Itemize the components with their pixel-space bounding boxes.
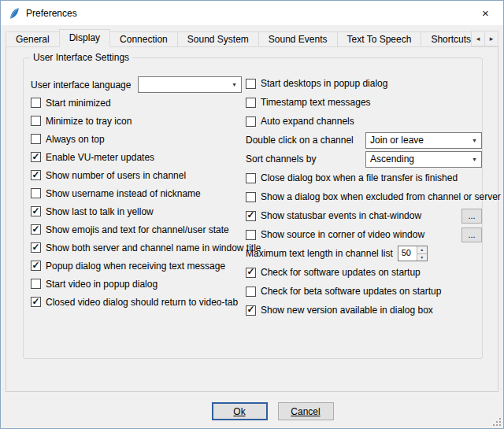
- tab-sound-system[interactable]: Sound System: [177, 31, 259, 47]
- checkbox[interactable]: ✓: [31, 297, 41, 307]
- checkbox-label[interactable]: Show last to talk in yellow: [46, 206, 154, 217]
- user-interface-settings-group: User Interface Settings User interface l…: [23, 57, 483, 359]
- checkbox[interactable]: ✓: [31, 170, 41, 180]
- checkbox[interactable]: ✓: [31, 206, 41, 216]
- tab-sound-events[interactable]: Sound Events: [258, 31, 338, 47]
- left-column: User interface language ▾ ✓ Start minimi…: [31, 76, 242, 311]
- checkbox-label[interactable]: Timestamp text messages: [261, 97, 371, 108]
- checkbox-label[interactable]: Start desktops in popup dialog: [261, 78, 387, 89]
- checkbox-label[interactable]: Start video in popup dialog: [46, 279, 158, 290]
- app-icon: [8, 7, 20, 20]
- checkbox-label[interactable]: Show source in corner of video window: [261, 229, 424, 240]
- checkbox[interactable]: ✓: [246, 192, 256, 202]
- checkbox[interactable]: ✓: [246, 173, 256, 183]
- checkbox[interactable]: ✓: [31, 134, 41, 144]
- check-icon: ✓: [32, 152, 39, 161]
- max-text-length-spinner[interactable]: 50 ▴ ▾: [398, 246, 428, 261]
- checkbox[interactable]: ✓: [246, 305, 256, 316]
- checkbox-row: ✓ Check for software updates on startup: [246, 263, 482, 282]
- checkbox[interactable]: ✓: [31, 242, 41, 253]
- sort-channels-row: Sort channels by Ascending ▾: [246, 150, 482, 168]
- checkbox[interactable]: ✓: [246, 287, 256, 297]
- checkbox-label[interactable]: Enable VU-meter updates: [46, 152, 154, 163]
- check-icon: ✓: [32, 242, 39, 252]
- checkbox-label[interactable]: Show username instead of nickname: [46, 188, 201, 199]
- tab-connection[interactable]: Connection: [109, 31, 178, 47]
- checkbox[interactable]: ✓: [31, 279, 41, 289]
- sort-channels-label: Sort channels by: [246, 153, 316, 165]
- checkbox-row: ✓ Minimize to tray icon: [31, 112, 242, 130]
- checkbox-label[interactable]: Check for beta software updates on start…: [261, 286, 441, 297]
- language-label: User interface language: [31, 80, 131, 91]
- spin-up-icon[interactable]: ▴: [417, 246, 427, 254]
- check-icon: ✓: [246, 210, 254, 220]
- video-source-options-button[interactable]: ...: [461, 227, 482, 242]
- checkbox[interactable]: ✓: [31, 224, 41, 235]
- check-icon: ✓: [32, 261, 39, 270]
- checkbox[interactable]: ✓: [246, 230, 256, 240]
- checkbox-row: ✓ Always on top: [31, 130, 242, 148]
- checkbox-label[interactable]: Always on top: [46, 134, 105, 145]
- spin-down-icon[interactable]: ▾: [417, 254, 427, 261]
- spinner-value: 50: [398, 246, 417, 261]
- double-click-label: Double click on a channel: [246, 135, 354, 146]
- double-click-select[interactable]: Join or leave ▾: [365, 132, 482, 149]
- checkbox-label[interactable]: Start minimized: [46, 98, 111, 109]
- check-icon: ✓: [246, 267, 254, 276]
- sort-channels-select[interactable]: Ascending ▾: [365, 151, 482, 168]
- checkbox-row: ✓ Show both server and channel name in w…: [31, 239, 242, 257]
- ok-button[interactable]: Ok: [212, 402, 268, 420]
- max-text-length-row: Maximum text length in channel list 50 ▴…: [246, 244, 482, 263]
- checkbox-row: ✓ Timestamp text messages: [246, 93, 482, 112]
- checkbox-label[interactable]: Closed video dialog should return to vid…: [46, 297, 238, 308]
- checkbox[interactable]: ✓: [246, 211, 256, 221]
- statusbar-events-options-button[interactable]: ...: [461, 209, 482, 224]
- double-click-row: Double click on a channel Join or leave …: [246, 131, 482, 150]
- checkbox-row: ✓ Start minimized: [31, 94, 242, 112]
- checkbox[interactable]: ✓: [246, 79, 256, 89]
- checkbox[interactable]: ✓: [31, 261, 41, 271]
- checkbox-row: ✓ Auto expand channels: [246, 112, 482, 131]
- checkbox[interactable]: ✓: [31, 188, 41, 198]
- tab-scroll-left-icon: ◂: [476, 35, 480, 43]
- checkbox[interactable]: ✓: [31, 152, 41, 162]
- tab-scroller: ◂ ▸: [472, 31, 498, 46]
- tab-text-to-speech[interactable]: Text To Speech: [337, 31, 422, 47]
- checkbox-label[interactable]: Show new version available in dialog box: [261, 305, 433, 316]
- check-icon: ✓: [32, 206, 39, 216]
- checkbox-label[interactable]: Show number of users in channel: [46, 170, 186, 181]
- checkbox[interactable]: ✓: [246, 116, 256, 127]
- cancel-button[interactable]: Cancel: [278, 402, 334, 420]
- checkbox-row: ✓ Enable VU-meter updates: [31, 148, 242, 166]
- titlebar: Preferences ×: [1, 1, 503, 25]
- checkbox-label[interactable]: Show a dialog box when excluded from cha…: [261, 191, 501, 202]
- tab-general[interactable]: General: [6, 31, 60, 47]
- ok-button-label: Ok: [233, 406, 245, 417]
- resize-grip[interactable]: [491, 416, 502, 427]
- tab-display[interactable]: Display: [59, 29, 110, 47]
- checkbox[interactable]: ✓: [246, 268, 256, 278]
- statusbar-events-row: ✓ Show statusbar events in chat-window .…: [246, 206, 482, 225]
- chevron-down-icon: ▾: [468, 137, 481, 144]
- checkbox-label[interactable]: Show emojis and text for channel/user st…: [46, 224, 229, 235]
- checkbox-label[interactable]: Show both server and channel name in win…: [46, 242, 261, 253]
- checkbox-label[interactable]: Popup dialog when receiving text message: [46, 261, 225, 272]
- checkbox-label[interactable]: Show statusbar events in chat-window: [261, 210, 421, 221]
- checkbox-label[interactable]: Check for software updates on startup: [261, 267, 421, 278]
- chevron-down-icon: ▾: [228, 81, 241, 88]
- checkbox-row: ✓ Show number of users in channel: [31, 166, 242, 184]
- language-row: User interface language ▾: [31, 76, 242, 94]
- checkbox[interactable]: ✓: [31, 98, 41, 108]
- checkbox-row: ✓ Show a dialog box when excluded from c…: [246, 187, 482, 206]
- checkbox-row: ✓ Show emojis and text for channel/user …: [31, 220, 242, 239]
- checkbox-label[interactable]: Auto expand channels: [261, 116, 354, 127]
- language-select[interactable]: ▾: [138, 76, 242, 93]
- tab-scroll-left-button[interactable]: ◂: [471, 31, 485, 46]
- checkbox[interactable]: ✓: [246, 98, 256, 108]
- checkbox-label[interactable]: Close dialog box when a file transfer is…: [261, 172, 458, 183]
- window-title: Preferences: [26, 8, 77, 19]
- checkbox[interactable]: ✓: [31, 116, 41, 126]
- tab-scroll-right-button[interactable]: ▸: [484, 31, 498, 46]
- close-button[interactable]: ×: [468, 1, 503, 25]
- checkbox-label[interactable]: Minimize to tray icon: [46, 116, 132, 127]
